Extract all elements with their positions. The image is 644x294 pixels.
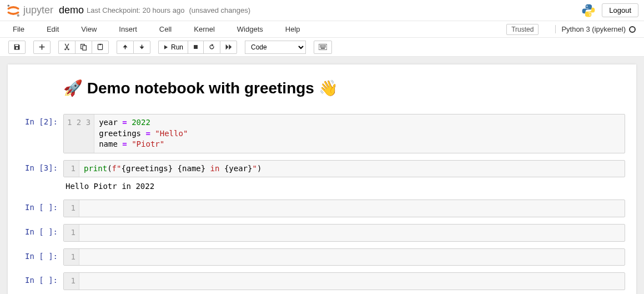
menu-edit[interactable]: Edit <box>42 22 63 36</box>
svg-point-3 <box>590 14 591 15</box>
toolbar: Run Code <box>0 38 644 57</box>
menu-cell[interactable]: Cell <box>155 22 176 36</box>
move-up-button[interactable] <box>117 41 133 54</box>
svg-rect-20 <box>321 48 325 49</box>
svg-rect-10 <box>320 46 321 47</box>
command-palette-button[interactable] <box>314 41 332 54</box>
cell-prompt: In [ ]: <box>19 272 63 290</box>
restart-run-all-button[interactable] <box>220 41 237 54</box>
insert-cell-button[interactable] <box>33 41 51 54</box>
code-area[interactable] <box>79 200 625 217</box>
cell-prompt: In [2]: <box>19 114 63 153</box>
jupyter-logo[interactable]: jupyter <box>6 3 53 18</box>
checkpoint-status: Last Checkpoint: 20 hours ago <box>87 6 184 14</box>
logout-button[interactable]: Logout <box>602 3 638 17</box>
move-down-button[interactable] <box>133 41 150 54</box>
run-button[interactable]: Run <box>158 41 188 54</box>
markdown-heading: 🚀 Demo notebook with greetings 👋 <box>63 79 625 97</box>
menu-kernel[interactable]: Kernel <box>189 22 219 36</box>
code-area[interactable] <box>79 225 625 241</box>
jupyter-logo-text: jupyter <box>23 4 53 16</box>
jupyter-icon <box>6 3 21 18</box>
svg-rect-11 <box>321 46 323 47</box>
cell-prompt <box>19 76 63 107</box>
svg-point-0 <box>8 4 10 7</box>
line-gutter: 1 2 3 <box>64 114 94 153</box>
cell-body: 1 <box>63 248 625 266</box>
header: jupyter demo Last Checkpoint: 20 hours a… <box>0 0 644 21</box>
notebook-name[interactable]: demo <box>59 4 84 16</box>
cell-type-select[interactable]: Code <box>245 41 306 54</box>
kernel-name[interactable]: Python 3 (ipykernel) <box>555 25 626 33</box>
code-area[interactable]: year = 2022 greetings = "Hello" name = "… <box>94 114 625 153</box>
menu-widgets[interactable]: Widgets <box>233 22 268 36</box>
trusted-indicator[interactable]: Trusted <box>506 24 539 35</box>
cell[interactable]: In [ ]:1 <box>19 224 625 242</box>
interrupt-button[interactable] <box>188 41 203 54</box>
line-gutter: 1 <box>64 200 79 217</box>
notebook[interactable]: 🚀 Demo notebook with greetings 👋In [2]:1… <box>8 64 636 294</box>
cell[interactable]: In [ ]:1 <box>19 200 625 217</box>
svg-rect-7 <box>99 44 101 45</box>
python-icon <box>581 3 596 18</box>
notebook-container: 🚀 Demo notebook with greetings 👋In [2]:1… <box>0 57 644 294</box>
svg-rect-17 <box>323 47 324 48</box>
svg-rect-14 <box>325 46 326 47</box>
cell[interactable]: 🚀 Demo notebook with greetings 👋 <box>19 76 625 107</box>
cell-prompt: In [ ]: <box>19 200 63 217</box>
cell[interactable]: In [2]:1 2 3year = 2022 greetings = "Hel… <box>19 114 625 153</box>
svg-rect-13 <box>324 46 325 47</box>
code-area[interactable]: print(f"{greetings} {name} in {year}") <box>79 161 625 177</box>
code-area[interactable] <box>79 249 625 266</box>
menu-view[interactable]: View <box>77 22 101 36</box>
svg-rect-5 <box>83 46 87 50</box>
cut-button[interactable] <box>58 41 75 54</box>
line-gutter: 1 <box>64 161 79 177</box>
cell[interactable]: In [3]:1print(f"{greetings} {name} in {y… <box>19 160 625 193</box>
paste-button[interactable] <box>92 41 109 54</box>
cell[interactable]: In [ ]:1 <box>19 272 625 290</box>
cell-body: 🚀 Demo notebook with greetings 👋 <box>63 76 625 107</box>
svg-rect-19 <box>325 47 326 48</box>
cell-body: 1 <box>63 224 625 242</box>
cell-prompt: In [ ]: <box>19 248 63 266</box>
menubar: FileEditViewInsertCellKernelWidgetsHelp … <box>0 21 644 38</box>
line-gutter: 1 <box>64 225 79 241</box>
cell-output: Hello Piotr in 2022 <box>63 177 625 193</box>
cell[interactable]: In [ ]:1 <box>19 248 625 266</box>
restart-button[interactable] <box>203 41 220 54</box>
cell-prompt: In [ ]: <box>19 224 63 242</box>
svg-rect-16 <box>321 47 323 48</box>
run-label: Run <box>171 43 183 51</box>
unsaved-status: (unsaved changes) <box>189 6 250 14</box>
code-area[interactable] <box>79 273 625 290</box>
cell-body: 1print(f"{greetings} {name} in {year}")H… <box>63 160 625 193</box>
code-input[interactable]: 1 <box>63 200 625 217</box>
svg-rect-8 <box>194 45 198 49</box>
code-input[interactable]: 1 <box>63 224 625 242</box>
kernel-status-icon <box>629 26 636 33</box>
code-input[interactable]: 1 <box>63 248 625 266</box>
menu-help[interactable]: Help <box>281 22 305 36</box>
code-input[interactable]: 1print(f"{greetings} {name} in {year}") <box>63 160 625 178</box>
code-input[interactable]: 1 2 3year = 2022 greetings = "Hello" nam… <box>63 114 625 153</box>
line-gutter: 1 <box>64 273 79 290</box>
line-gutter: 1 <box>64 249 79 266</box>
copy-button[interactable] <box>75 41 92 54</box>
cell-body: 1 <box>63 272 625 290</box>
markdown-content[interactable]: 🚀 Demo notebook with greetings 👋 <box>63 79 625 97</box>
svg-rect-12 <box>323 46 324 47</box>
code-input[interactable]: 1 <box>63 272 625 290</box>
cell-prompt: In [3]: <box>19 160 63 193</box>
cell-body: 1 <box>63 200 625 217</box>
save-button[interactable] <box>8 41 26 54</box>
svg-rect-15 <box>320 47 321 48</box>
menu-insert[interactable]: Insert <box>114 22 142 36</box>
svg-point-1 <box>17 14 19 16</box>
menu-file[interactable]: File <box>8 22 29 36</box>
svg-point-2 <box>587 6 588 7</box>
svg-rect-18 <box>324 47 325 48</box>
cell-body: 1 2 3year = 2022 greetings = "Hello" nam… <box>63 114 625 153</box>
